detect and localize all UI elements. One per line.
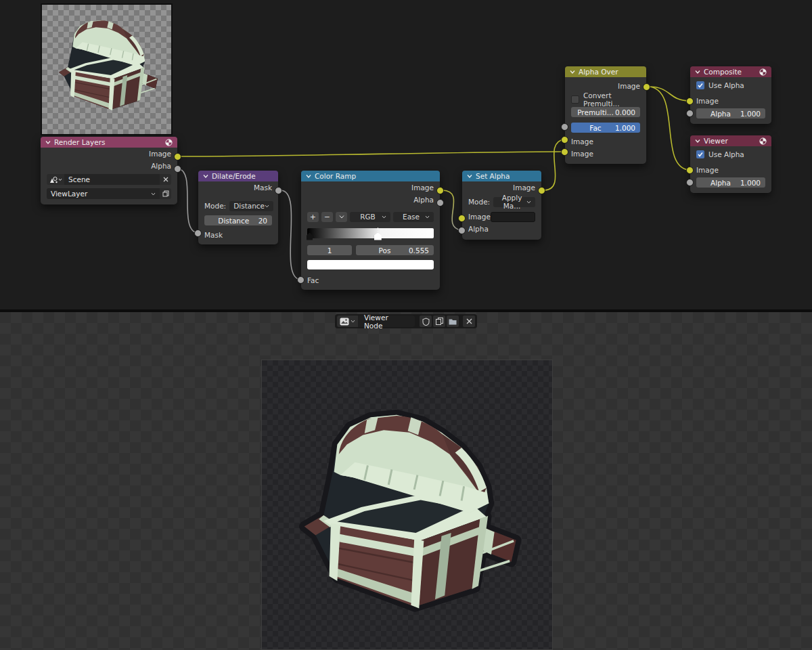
socket-in-fac[interactable] xyxy=(561,123,568,131)
socket-out-image[interactable] xyxy=(436,187,444,194)
material-sphere-icon xyxy=(165,139,173,146)
socket-in-mask[interactable] xyxy=(194,230,202,237)
node-header-set-alpha[interactable]: Set Alpha xyxy=(462,171,541,181)
stop-index-field[interactable]: 1 xyxy=(307,245,352,255)
distance-label: Distance xyxy=(209,217,258,225)
premultiply-value: 0.000 xyxy=(615,108,635,116)
add-stop-button[interactable]: + xyxy=(307,212,319,222)
input-label-image: Image xyxy=(696,166,719,174)
color-mode-dropdown[interactable]: RGB xyxy=(350,212,390,222)
stop-color-swatch[interactable] xyxy=(307,260,434,269)
area-divider[interactable] xyxy=(0,309,812,312)
chevron-down-icon xyxy=(265,204,269,209)
ramp-stop-1[interactable] xyxy=(374,233,382,240)
alpha-slider[interactable]: Alpha 1.000 xyxy=(696,108,765,118)
unlink-image-button[interactable] xyxy=(463,316,475,327)
node-composite[interactable]: Composite Use Alpha Image Alpha 1.000 xyxy=(690,66,771,124)
interpolation-dropdown[interactable]: Ease xyxy=(393,212,434,222)
mode-dropdown[interactable]: Distance xyxy=(229,201,273,211)
node-color-ramp[interactable]: Color Ramp Image Alpha + − RGB Ease xyxy=(301,171,440,290)
chevron-down-icon[interactable] xyxy=(306,173,311,179)
socket-in-fac[interactable] xyxy=(297,276,304,284)
node-render-layers[interactable]: Render Layers Image Alpha Scene ViewLaye… xyxy=(41,137,177,204)
input-label-image: Image xyxy=(468,213,491,221)
view-layer-field[interactable]: ViewLayer xyxy=(47,188,160,199)
output-label-image: Image xyxy=(411,183,434,192)
color-ramp-gradient[interactable] xyxy=(307,228,434,238)
socket-out-mask[interactable] xyxy=(275,187,282,194)
chevron-down-icon[interactable] xyxy=(695,69,700,74)
node-header-dilate-erode[interactable]: Dilate/Erode xyxy=(198,171,278,181)
socket-out-alpha[interactable] xyxy=(174,165,181,173)
new-view-layer-button[interactable] xyxy=(160,188,171,199)
socket-out-alpha[interactable] xyxy=(436,199,444,207)
distance-value: 20 xyxy=(258,217,267,225)
fac-value: 1.000 xyxy=(615,124,635,132)
output-label-mask: Mask xyxy=(254,183,272,192)
wire-renderlayers-image-to-alphaover xyxy=(177,152,564,156)
socket-out-image[interactable] xyxy=(174,153,181,160)
scene-browse-button[interactable] xyxy=(47,174,64,185)
node-title: Set Alpha xyxy=(476,172,510,180)
ramp-options-button[interactable] xyxy=(336,212,347,222)
node-set-alpha[interactable]: Set Alpha Image Mode: Apply Ma... Image … xyxy=(462,171,541,240)
chevron-down-icon[interactable] xyxy=(570,69,575,74)
socket-in-image[interactable] xyxy=(458,215,466,222)
premultiply-slider[interactable]: Premulti... 0.000 xyxy=(571,107,640,117)
node-title: Composite xyxy=(704,68,742,76)
chevron-down-icon[interactable] xyxy=(467,173,472,179)
chevron-down-icon xyxy=(425,215,430,219)
convert-premultiply-checkbox[interactable] xyxy=(571,95,579,104)
socket-in-image1[interactable] xyxy=(561,136,568,144)
close-icon xyxy=(163,177,168,182)
node-header-composite[interactable]: Composite xyxy=(690,66,771,77)
alpha-value: 1.000 xyxy=(740,179,761,187)
socket-out-image[interactable] xyxy=(538,187,545,194)
node-header-viewer[interactable]: Viewer xyxy=(690,135,771,146)
node-header-render-layers[interactable]: Render Layers xyxy=(41,137,177,148)
new-image-button[interactable] xyxy=(433,316,445,327)
duplicate-icon xyxy=(436,318,443,325)
wire-alphaover-to-viewer xyxy=(649,87,690,170)
node-title: Alpha Over xyxy=(579,68,618,76)
node-header-color-ramp[interactable]: Color Ramp xyxy=(301,171,440,181)
output-label-alpha: Alpha xyxy=(413,196,434,204)
scene-name-field[interactable]: Scene xyxy=(64,174,160,185)
fac-slider[interactable]: Fac 1.000 xyxy=(571,123,640,133)
socket-in-alpha[interactable] xyxy=(686,110,694,117)
wire-setalpha-to-alphaover xyxy=(544,139,564,190)
node-dilate-erode[interactable]: Dilate/Erode Mask Mode: Distance Distanc… xyxy=(198,171,278,244)
remove-stop-button[interactable]: − xyxy=(321,212,333,222)
node-alpha-over[interactable]: Alpha Over Image Convert Premulti... Pre… xyxy=(565,66,646,164)
socket-in-image2[interactable] xyxy=(561,148,568,156)
use-alpha-checkbox[interactable] xyxy=(696,81,704,89)
socket-in-image[interactable] xyxy=(686,167,694,174)
composited-chest-image xyxy=(262,360,552,649)
socket-in-alpha[interactable] xyxy=(458,227,466,234)
image-browse-button[interactable] xyxy=(337,316,358,327)
node-header-alpha-over[interactable]: Alpha Over xyxy=(565,66,646,77)
image-color-swatch[interactable] xyxy=(491,212,535,222)
mode-dropdown[interactable]: Apply Ma... xyxy=(493,197,535,207)
node-title: Viewer xyxy=(704,137,728,145)
stop-position-slider[interactable]: Pos 0.555 xyxy=(356,245,434,255)
socket-in-alpha[interactable] xyxy=(686,179,694,186)
alpha-slider[interactable]: Alpha 1.000 xyxy=(696,177,765,188)
use-alpha-checkbox[interactable] xyxy=(696,150,704,158)
use-alpha-label: Use Alpha xyxy=(708,81,744,89)
scene-unlink-button[interactable] xyxy=(160,174,171,185)
socket-in-image[interactable] xyxy=(686,98,694,105)
open-image-button[interactable] xyxy=(447,316,459,327)
ramp-stop-0[interactable] xyxy=(307,233,313,240)
premultiply-label: Premulti... xyxy=(576,108,615,116)
image-name-field[interactable]: Viewer Node xyxy=(358,316,415,327)
node-viewer[interactable]: Viewer Use Alpha Image Alpha 1.000 xyxy=(690,135,771,193)
fake-user-button[interactable] xyxy=(420,316,432,327)
chevron-down-icon[interactable] xyxy=(203,173,208,179)
socket-out-image[interactable] xyxy=(643,83,650,91)
distance-slider[interactable]: Distance 20 xyxy=(204,215,272,225)
convert-premultiply-label: Convert Premulti... xyxy=(583,91,640,108)
viewer-image-frame xyxy=(261,360,553,650)
chevron-down-icon[interactable] xyxy=(45,139,51,145)
chevron-down-icon[interactable] xyxy=(695,138,700,144)
